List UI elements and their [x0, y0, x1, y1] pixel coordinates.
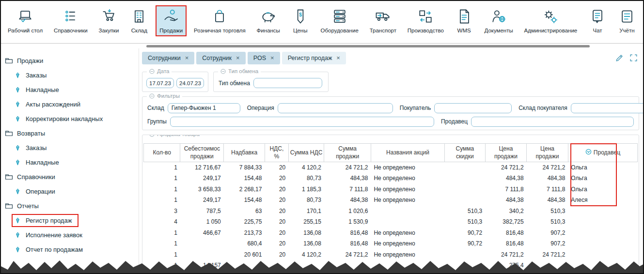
table-row[interactable]: 112 716,677 884,33204 120,224 721,2Не оп… — [144, 162, 638, 173]
sidebar-item-discrepancy-acts[interactable]: Акты расхождений — [14, 97, 137, 111]
tab-close-icon[interactable]: × — [270, 55, 274, 61]
sidebar-item-sales-report[interactable]: Отчет по продажам — [14, 242, 137, 257]
column-header-sale-sum[interactable]: Суммапродажи — [324, 144, 371, 162]
date-to-input[interactable] — [176, 78, 204, 88]
warehouse-icon — [130, 7, 148, 26]
column-header-label: Суммапродажи — [336, 145, 359, 160]
table-row[interactable]: 3787,56320170,11 020,6510,3340,2510,3 — [144, 206, 638, 217]
toolbar-item-production[interactable]: Производство — [404, 5, 448, 36]
sidebar-item-return-orders[interactable]: Заказы — [14, 140, 137, 155]
cell-discount-sum — [445, 173, 485, 184]
toolbar-scrollbar[interactable] — [146, 45, 590, 47]
sidebar-item-sales[interactable]: Продажи — [5, 53, 137, 68]
sidebar-item-invoices[interactable]: Накладные — [14, 82, 137, 97]
filter-input-buyer-warehouse[interactable] — [571, 103, 644, 113]
sidebar-item-label: Акты расхождений — [26, 101, 80, 108]
equipment-icon — [330, 7, 349, 26]
tab-close-icon[interactable]: × — [185, 55, 189, 61]
retail-bag-icon — [210, 7, 229, 26]
table-row[interactable]: 41 050225,7520255,151 530,9510,3382,7255… — [144, 216, 638, 228]
cell-seller — [568, 206, 637, 217]
sidebar-item-reports[interactable]: Отчеты — [5, 198, 137, 213]
tab-employee[interactable]: Сотрудник× — [196, 52, 245, 64]
cell-sale-price-1: 484,38 — [485, 173, 527, 184]
column-header-seller[interactable]: Продавец — [568, 144, 637, 162]
gem-icon — [14, 115, 22, 122]
toolbar-item-administration[interactable]: Администрирование — [520, 5, 581, 36]
sidebar-item-catalogs[interactable]: Справочники — [5, 169, 137, 184]
fullscreen-icon[interactable] — [629, 53, 638, 62]
column-header-markup[interactable]: Надбавка — [224, 144, 265, 162]
toolbar-item-sales[interactable]: Продажи — [156, 5, 187, 36]
sidebar-item-return-invoices[interactable]: Накладные — [14, 155, 137, 169]
table-row[interactable]: 1680,420136,08816,48Не определено90,7281… — [144, 238, 638, 249]
column-header-discount-sum[interactable]: Суммаскидки — [445, 144, 485, 162]
cell-vat-sum: 136,08 — [288, 238, 324, 249]
sidebar-item-sales-register[interactable]: Регистр продаж — [12, 214, 79, 227]
production-icon — [416, 7, 435, 26]
column-header-promo-names[interactable]: Названия акций — [371, 144, 444, 162]
exchange-type-input[interactable] — [253, 78, 322, 88]
collapse-icon[interactable] — [149, 135, 155, 137]
group-label: Дата — [147, 68, 172, 74]
collapse-icon[interactable] — [149, 69, 155, 74]
filter-input-buyer[interactable] — [434, 103, 512, 113]
tab-close-icon[interactable]: × — [336, 55, 340, 61]
table-row[interactable]: 1466,67213,7320136,08816,48Не определено… — [144, 228, 638, 239]
sidebar-item-orders[interactable]: Заказы — [14, 68, 137, 82]
collapse-icon[interactable] — [220, 69, 226, 74]
main-area: Сотрудники×Сотрудник×POS×Регистр продаж× — [139, 48, 643, 273]
group-label-text: Фильтры — [157, 93, 180, 99]
toolbar-item-wms[interactable]: WMS — [451, 5, 477, 36]
date-from-input[interactable] — [146, 78, 174, 88]
sidebar-item-operations[interactable]: Операции — [14, 184, 137, 198]
table-row[interactable]: 13 658,332 268,17201 185,37 111,8Не опре… — [144, 184, 638, 195]
cell-discount-sum — [445, 195, 485, 206]
gem-icon — [14, 159, 22, 166]
edit-icon[interactable] — [615, 53, 624, 62]
toolbar-item-chat[interactable]: Чат — [584, 5, 611, 36]
column-header-label: Суммаскидки — [456, 145, 474, 160]
column-header-vat-percent[interactable]: НДС,% — [265, 144, 288, 162]
toolbar-item-catalogs[interactable]: Справочники — [50, 5, 92, 36]
tab-pos[interactable]: POS× — [248, 52, 280, 64]
cell-vat-percent: 20 — [265, 173, 288, 184]
sidebar-item-invoice-corrections[interactable]: Корректировки накладных — [14, 111, 137, 126]
column-header-cost[interactable]: Себестоимоспродажи — [180, 144, 224, 162]
toolbar-item-finance[interactable]: Финансы — [253, 5, 284, 36]
tab-close-icon[interactable]: × — [236, 55, 240, 61]
column-header-sale-price-1[interactable]: Ценапродажи — [485, 144, 527, 162]
cell-vat-percent: 20 — [265, 228, 288, 239]
column-header-vat-sum[interactable]: Сумма НДС — [288, 144, 324, 162]
toolbar-item-prices[interactable]: $Цены — [287, 5, 314, 36]
sidebar-item-order-fulfillment[interactable]: Исполнение заявок — [14, 228, 137, 242]
tab-employees[interactable]: Сотрудники× — [142, 52, 194, 64]
toolbar-item-warehouse[interactable]: Склад — [126, 5, 152, 36]
sidebar-item-label: Регистр продаж — [26, 217, 72, 224]
toolbar-item-purchases[interactable]: Закупки — [95, 5, 123, 36]
filter-input-seller[interactable] — [471, 117, 634, 127]
filter-field-operation: Операция — [247, 103, 393, 113]
toolbar-item-transport[interactable]: Транспорт — [366, 5, 400, 36]
sales-table-wrap: Кол-воСебестоимоспродажиНадбавкаНДС,%Сум… — [143, 143, 638, 271]
column-header-qty[interactable]: Кол-во — [144, 144, 180, 162]
tab-sales-register[interactable]: Регистр продаж× — [282, 52, 346, 64]
filter-input-groups[interactable] — [170, 117, 434, 127]
cell-sale-sum: 24 721,2 — [324, 162, 371, 173]
filter-input-warehouse[interactable] — [168, 103, 240, 113]
toolbar-item-documents[interactable]: Документы — [480, 5, 517, 36]
toolbar-item-equipment[interactable]: Оборудование — [317, 5, 362, 36]
collapse-icon[interactable] — [149, 93, 155, 99]
toolbar-item-retail[interactable]: Розничная торговля — [190, 5, 250, 36]
cell-qty: 1 — [144, 184, 180, 195]
column-header-sale-price-2[interactable]: Ценапродажи — [527, 144, 568, 162]
column-filter-icon[interactable] — [585, 149, 592, 157]
table-row[interactable]: 1249,17154,482080,73484,38Не определено4… — [144, 195, 638, 206]
table-row[interactable]: 1249,17154,482080,73484,38Не определено4… — [144, 173, 638, 184]
cell-promo-names: Не определено — [371, 184, 444, 195]
toolbar-item-accounting[interactable]: Учётн — [614, 5, 640, 36]
filter-input-operation[interactable] — [278, 103, 393, 113]
sidebar-item-returns[interactable]: Возвраты — [5, 126, 137, 140]
toolbar-item-desktop[interactable]: Рабочий стол — [4, 5, 47, 36]
cell-sale-price-1: 340,2 — [485, 206, 527, 217]
